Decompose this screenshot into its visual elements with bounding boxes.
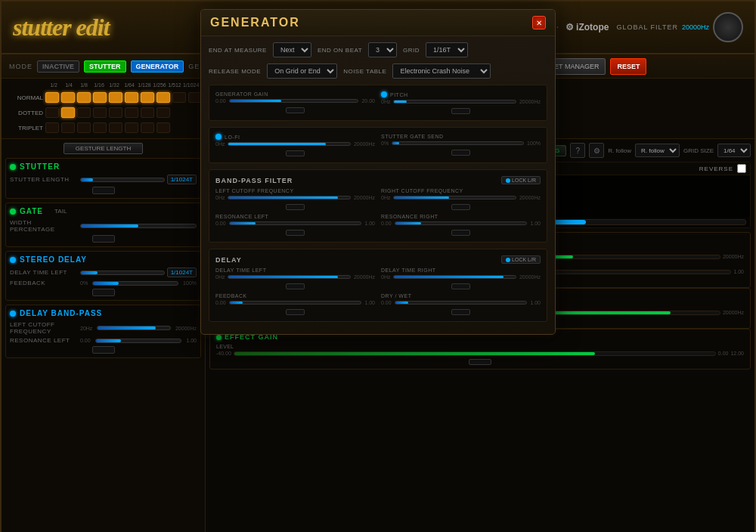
delay-section: DELAY LOCK L/R DELAY TIME LEFT 0Hz xyxy=(209,249,547,322)
resonance-left-modal-min: 0.00 xyxy=(215,221,226,226)
gain-pitch-grid: GENERATOR GAIN 0.00 20.00 xyxy=(215,91,541,114)
dry-wet-display xyxy=(451,309,470,315)
end-on-beat-select[interactable]: 3 xyxy=(368,42,397,57)
right-cutoff-modal-min: 0Hz xyxy=(381,195,390,200)
delay-feedback-grid: FEEDBACK 0.00 1.00 xyxy=(215,293,541,315)
pitch-led xyxy=(381,91,387,97)
lofi-slider[interactable] xyxy=(228,142,351,146)
left-cutoff-modal-param: LEFT CUTOFF FREQUENCY 0Hz 20000Hz xyxy=(215,188,375,210)
delay-right-modal-display xyxy=(451,283,470,289)
right-cutoff-modal-slider-container: 0Hz 20000Hz xyxy=(381,195,541,200)
noise-table-label: NOISE TABLE xyxy=(343,68,386,75)
delay-feedback-param: FEEDBACK 0.00 1.00 xyxy=(215,293,375,315)
delay-right-modal-label: DELAY TIME RIGHT xyxy=(381,268,541,273)
bandpass-cutoff-grid: LEFT CUTOFF FREQUENCY 0Hz 20000Hz xyxy=(215,188,541,210)
pitch-display xyxy=(451,108,470,114)
resonance-right-modal-slider[interactable] xyxy=(395,221,528,225)
delay-left-modal-param: DELAY TIME LEFT 0Hz 20000Hz xyxy=(215,268,375,289)
delay-feedback-label: FEEDBACK xyxy=(215,293,375,298)
generator-gain-slider[interactable] xyxy=(229,99,359,103)
modal-close-button[interactable]: ✕ xyxy=(532,16,546,29)
lofi-min: 0Hz xyxy=(215,141,225,147)
generator-modal: GENERATOR ✕ END AT MEASURE Next END ON B… xyxy=(200,9,556,335)
stutter-gate-send-label: STUTTER GATE SEND xyxy=(381,134,541,139)
pitch-header: PITCH xyxy=(381,91,541,97)
delay-right-modal-slider-container: 0Hz 20000Hz xyxy=(381,274,541,280)
stutter-gate-send-display xyxy=(451,150,470,156)
dry-wet-label: DRY / WET xyxy=(381,293,541,298)
dry-wet-param: DRY / WET 0.00 1.00 xyxy=(381,293,541,315)
right-cutoff-modal-max: 20000Hz xyxy=(519,195,541,200)
release-mode-label: RELEASE MODE xyxy=(209,68,261,75)
pitch-slider[interactable] xyxy=(393,100,516,104)
end-at-measure-select[interactable]: Next xyxy=(273,42,311,57)
resonance-left-modal-display xyxy=(286,230,305,236)
resonance-left-modal-label: RESONANCE LEFT xyxy=(215,214,375,219)
end-on-beat-label: END ON BEAT xyxy=(318,47,362,54)
pitch-min: 0Hz xyxy=(381,99,390,104)
left-cutoff-modal-display xyxy=(286,204,305,210)
dry-wet-slider-container: 0.00 1.00 xyxy=(381,300,541,305)
modal-header: GENERATOR ✕ xyxy=(201,10,555,36)
dry-wet-max: 1.00 xyxy=(530,300,541,305)
modal-row-2: RELEASE MODE On Grid or End NOISE TABLE … xyxy=(209,63,547,79)
modal-overlay: GENERATOR ✕ END AT MEASURE Next END ON B… xyxy=(2,2,754,530)
delay-feedback-slider[interactable] xyxy=(229,301,362,305)
delay-feedback-max: 1.00 xyxy=(364,300,375,305)
resonance-right-modal-slider-container: 0.00 1.00 xyxy=(381,221,541,226)
noise-table-select[interactable]: Electronic Crash Noise xyxy=(392,63,491,79)
delay-lock-button[interactable]: LOCK L/R xyxy=(501,255,541,264)
delay-right-modal-slider[interactable] xyxy=(393,275,516,279)
resonance-left-modal-max: 1.00 xyxy=(364,221,375,226)
lofi-slider-container: 0Hz 20000Hz xyxy=(215,141,375,147)
right-cutoff-modal-param: RIGHT CUTOFF FREQUENCY 0Hz 20000Hz xyxy=(381,188,541,210)
lofi-display xyxy=(286,150,305,156)
stutter-gate-send-slider[interactable] xyxy=(392,141,524,145)
generator-gain-min: 0.00 xyxy=(215,98,226,104)
left-cutoff-modal-label: LEFT CUTOFF FREQUENCY xyxy=(215,188,375,193)
modal-row-1: END AT MEASURE Next END ON BEAT 3 GRID 1… xyxy=(209,42,547,57)
release-mode-select[interactable]: On Grid or End xyxy=(267,63,337,79)
dry-wet-slider[interactable] xyxy=(395,301,528,305)
resonance-right-modal-display xyxy=(451,230,470,236)
left-cutoff-modal-slider-container: 0Hz 20000Hz xyxy=(215,195,375,200)
right-cutoff-modal-display xyxy=(451,204,470,210)
delay-feedback-display xyxy=(286,309,305,315)
delay-modal-title: DELAY xyxy=(215,256,242,264)
stutter-gate-send-min: 0% xyxy=(381,141,389,146)
lofi-led xyxy=(215,134,222,140)
left-cutoff-modal-slider[interactable] xyxy=(228,196,351,200)
bandpass-header: BAND-PASS FILTER LOCK L/R xyxy=(215,176,541,184)
delay-left-modal-label: DELAY TIME LEFT xyxy=(215,268,375,273)
resonance-left-modal-slider[interactable] xyxy=(229,221,362,225)
modal-body: END AT MEASURE Next END ON BEAT 3 GRID 1… xyxy=(201,36,555,334)
delay-left-modal-max: 20000Hz xyxy=(354,274,375,280)
bandpass-lock-button[interactable]: LOCK L/R xyxy=(501,176,541,184)
delay-left-modal-display xyxy=(286,283,305,289)
delay-right-modal-max: 20000Hz xyxy=(519,274,541,280)
dry-wet-min: 0.00 xyxy=(381,300,392,305)
grid-select[interactable]: 1/16T xyxy=(426,42,468,57)
lofi-max: 20000Hz xyxy=(354,141,375,147)
delay-header: DELAY LOCK L/R xyxy=(215,255,541,264)
delay-feedback-slider-container: 0.00 1.00 xyxy=(215,300,375,305)
resonance-left-modal-slider-container: 0.00 1.00 xyxy=(215,221,375,226)
generator-gain-label: GENERATOR GAIN xyxy=(215,91,375,97)
lofi-gate-grid: LO-FI 0Hz 20000Hz xyxy=(215,134,541,156)
lofi-header: LO-FI xyxy=(215,134,375,140)
delay-left-modal-slider-container: 0Hz 20000Hz xyxy=(215,274,375,280)
delay-feedback-min: 0.00 xyxy=(215,300,226,305)
app-container: stutter edit bt · ⚙ iZotope GLOBAL FILTE… xyxy=(0,0,756,532)
pitch-param: PITCH 0Hz 20000Hz xyxy=(381,91,541,114)
right-cutoff-modal-label: RIGHT CUTOFF FREQUENCY xyxy=(381,188,541,193)
lofi-label: LO-FI xyxy=(225,135,240,140)
stutter-gate-send-max: 100% xyxy=(527,141,541,146)
right-cutoff-modal-slider[interactable] xyxy=(393,196,516,200)
modal-title: GENERATOR xyxy=(210,16,300,29)
stutter-gate-send-param: STUTTER GATE SEND 0% 100% xyxy=(381,134,541,156)
delay-lock-indicator xyxy=(506,258,510,262)
left-cutoff-modal-min: 0Hz xyxy=(215,195,225,200)
resonance-right-modal-param: RESONANCE RIGHT 0.00 1.00 xyxy=(381,214,541,236)
delay-left-modal-slider[interactable] xyxy=(228,275,351,279)
lock-indicator xyxy=(506,178,510,183)
